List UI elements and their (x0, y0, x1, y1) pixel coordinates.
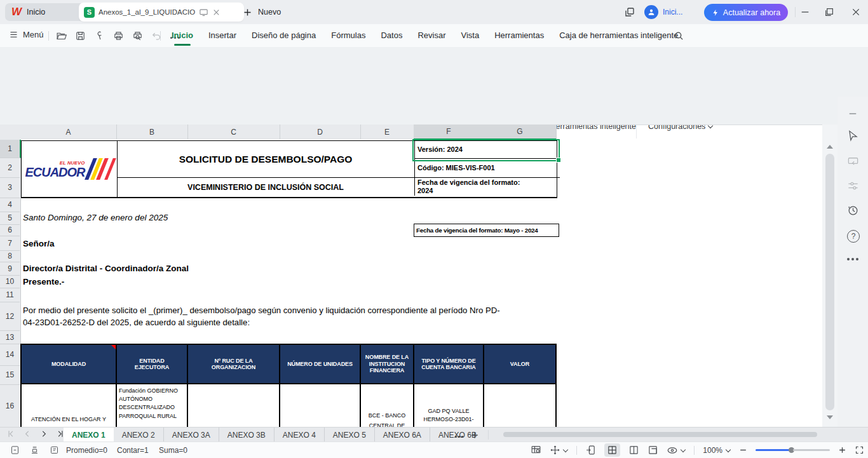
header-entidad-ejecutora[interactable]: ENTIDAD EJECUTORA (117, 345, 187, 383)
new-document-button[interactable]: Nuevo (243, 4, 281, 20)
cell-cuenta[interactable]: GAD PQ VALLE HERMOSO-23D01- (414, 407, 483, 424)
prev-sheet-icon[interactable] (23, 429, 32, 438)
column-header-g[interactable]: G (484, 125, 557, 140)
column-header-f[interactable]: F (414, 125, 484, 140)
validity-cell[interactable]: Fecha de vigencia del formato: 2024 (414, 178, 560, 196)
cursor-select-icon[interactable] (847, 130, 859, 142)
update-now-button[interactable]: Actualizar ahora (704, 4, 788, 21)
account-button[interactable]: Inici... (644, 5, 682, 19)
row-header-15[interactable]: 15 (0, 365, 20, 385)
menu-tab-insertar[interactable]: Insertar (208, 30, 236, 40)
history-icon[interactable] (847, 205, 859, 217)
cell-entidad[interactable]: Fundación GOBIERNO AUTÓNOMO DESCENTRALIZ… (119, 387, 186, 421)
sliders-icon[interactable] (847, 180, 859, 192)
cell-modalidad[interactable]: ATENCIÓN EN EL HOGAR Y (22, 416, 116, 422)
scroll-down-arrow[interactable] (827, 415, 833, 419)
row-header-6[interactable]: 6 (0, 224, 20, 236)
document-title-cell[interactable]: SOLICITUD DE DESEMBOLSO/PAGO (117, 141, 414, 178)
minimize-button[interactable] (800, 7, 810, 17)
cell-institucion-line1[interactable]: BCE - BANCO (361, 412, 413, 419)
save-icon[interactable] (75, 30, 86, 41)
zoom-level-button[interactable]: 100% (703, 446, 731, 455)
city-date-cell[interactable]: Santo Domingo, 27 de enero del 2025 (23, 213, 168, 222)
close-window-button[interactable] (851, 7, 861, 17)
zoom-slider[interactable] (756, 447, 830, 453)
mobile-view-icon[interactable] (585, 445, 596, 455)
more-panel-icon[interactable] (847, 258, 850, 260)
menu-tab-herramientas[interactable]: Herramientas (494, 30, 544, 40)
sheet-tab-anexo-2[interactable]: ANEXO 2 (114, 428, 164, 442)
salutation-cell[interactable]: Señor/a (23, 239, 55, 248)
body-paragraph-cell[interactable]: Por medio del presente solicito el _(pri… (23, 304, 555, 328)
table-style-icon[interactable] (531, 445, 541, 455)
column-header-b[interactable]: B (116, 125, 188, 139)
menu-tab-vista[interactable]: Vista (461, 30, 479, 40)
sheet-tab-anexo-4[interactable]: ANEXO 4 (275, 428, 325, 442)
addressee-cell[interactable]: Director/a Distrital - Coordinador/a Zon… (23, 264, 189, 273)
wps-home-tab[interactable]: W Inicio (5, 3, 86, 21)
reading-mode-button[interactable] (667, 445, 686, 456)
header-cuenta-bancaria[interactable]: TIPO Y NÚMERO DE CUENTA BANCARIA (414, 345, 483, 383)
cell-info-icon[interactable] (10, 445, 20, 455)
menu-tab-formulas[interactable]: Fórmulas (331, 30, 365, 40)
menu-tab-datos[interactable]: Datos (381, 30, 402, 40)
column-header-a[interactable]: A (20, 125, 117, 139)
next-sheet-icon[interactable] (39, 429, 48, 438)
main-menu-button[interactable]: Menú (9, 30, 44, 39)
restore-button[interactable] (824, 7, 834, 17)
row-header-3[interactable]: 3 (0, 177, 20, 198)
header-valor[interactable]: VALOR (484, 345, 555, 383)
menu-tab-revisar[interactable]: Revisar (417, 30, 445, 40)
row-header-2[interactable]: 2 (0, 158, 20, 178)
vertical-scroll-thumb[interactable] (825, 154, 834, 410)
clip-icon[interactable] (94, 30, 105, 41)
row-header-9[interactable]: 9 (0, 262, 20, 276)
row-header-8[interactable]: 8 (0, 250, 20, 262)
loop-selection-icon[interactable] (847, 155, 859, 167)
page-layout-view-icon[interactable] (628, 445, 639, 455)
column-header-d[interactable]: D (280, 125, 361, 139)
open-file-icon[interactable] (56, 30, 67, 41)
row-header-14[interactable]: 14 (0, 344, 20, 366)
menu-tab-caja-inteligente[interactable]: Caja de herramientas inteligente (559, 30, 678, 40)
outline-list-icon[interactable] (50, 445, 59, 455)
help-icon[interactable]: ? (847, 230, 860, 243)
header-institucion-financiera[interactable]: NOMBRE DE LA INSTITUCION FINANCIERA (361, 345, 413, 383)
pan-mode-button[interactable] (550, 445, 568, 455)
stamp-icon[interactable] (30, 445, 39, 455)
zoom-in-button[interactable] (838, 446, 846, 454)
zoom-out-button[interactable] (739, 446, 747, 454)
version-cell[interactable]: Versión: 2024 (414, 141, 560, 159)
horizontal-scroll-thumb[interactable] (503, 432, 817, 437)
search-icon[interactable] (674, 30, 684, 41)
sheet-tab-anexo-3b[interactable]: ANEXO 3B (219, 428, 275, 442)
scroll-up-arrow[interactable] (827, 145, 833, 149)
first-sheet-icon[interactable] (6, 429, 15, 438)
sheet-tab-anexo-6a[interactable]: ANEXO 6A (375, 428, 430, 442)
menu-tab-diseno[interactable]: Diseño de página (252, 30, 316, 40)
header-ruc[interactable]: Nº RUC DE LA ORGANIZACION (188, 345, 279, 383)
present-cell[interactable]: Presente.- (23, 277, 64, 286)
fullscreen-icon[interactable] (855, 445, 864, 455)
page-break-view-icon[interactable] (648, 445, 658, 455)
window-tabs-icon[interactable] (624, 6, 635, 18)
row-header-7[interactable]: 7 (0, 236, 20, 251)
document-tab[interactable]: S Anexos_1_al_9_LIQUIDACIONE (79, 3, 244, 22)
validity-may-cell[interactable]: Fecha de vigencia del formato: Mayo - 20… (414, 224, 559, 237)
collapse-panel-icon[interactable] (847, 108, 858, 119)
horizontal-scrollbar[interactable] (501, 432, 821, 438)
column-header-e[interactable]: E (360, 125, 414, 139)
logo-cell[interactable]: EL NUEVO ECUADOR (22, 141, 118, 197)
more-sheets-icon[interactable] (455, 436, 457, 438)
row-header-4[interactable]: 4 (0, 198, 20, 212)
row-header-10[interactable]: 10 (0, 275, 20, 288)
sheet-tab-anexo-1[interactable]: ANEXO 1 (64, 428, 114, 442)
header-modalidad[interactable]: MODALIDAD (22, 345, 116, 383)
row-header-16[interactable]: 16 (0, 384, 20, 428)
column-header-c[interactable]: C (187, 125, 280, 139)
header-numero-unidades[interactable]: NÚMERO DE UNIDADES (280, 345, 360, 383)
cell-institucion-line2[interactable]: CENTRAL DE (361, 422, 413, 427)
row-header-1[interactable]: 1 (0, 140, 21, 158)
row-header-5[interactable]: 5 (0, 212, 20, 225)
menu-tab-inicio[interactable]: Inicio (172, 30, 193, 40)
